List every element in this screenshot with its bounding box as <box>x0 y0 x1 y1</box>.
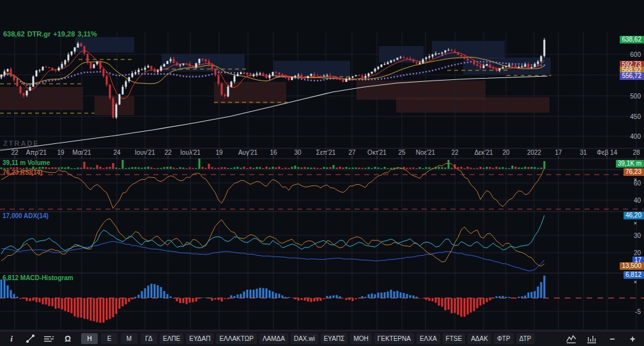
symbol-lamda-button[interactable]: ΛΑΜΔΑ <box>259 333 288 344</box>
time-axis-label: 24 <box>113 149 120 156</box>
time-axis-label: Φεβ 14 <box>597 149 617 156</box>
time-axis-label: Μαι'21 <box>72 149 91 156</box>
volume-indicator-label: 39,11 m Volume <box>3 159 50 166</box>
volume-value-badge: 39,1K m <box>616 160 644 168</box>
price-axis-label: 20 <box>634 249 641 256</box>
symbol-eydap-button[interactable]: ΕΥΔΑΠ <box>186 333 213 344</box>
time-axis-label: Ιουλ'21 <box>180 149 201 156</box>
bottom-toolbar: iΩ ΗΕΜ ΓΔΕΛΠΕΕΥΔΑΠΕΛΛΑΚΤΩΡΛΑΜΔΑDAX.wiΕΥΑ… <box>0 331 644 346</box>
timeframe-month-button[interactable]: Μ <box>121 333 137 344</box>
macd-value-badge: 6,812 <box>624 271 644 279</box>
symbol-shortcuts-group: ΓΔΕΛΠΕΕΥΔΑΠΕΛΛΑΚΤΩΡΛΑΜΔΑDAX.wiΕΥΑΠΣΜΟΗΓΕ… <box>141 333 535 344</box>
price-axis-label: 30 <box>634 232 641 239</box>
timeframe-group: ΗΕΜ <box>81 333 137 344</box>
symbol-ellaktor-button[interactable]: ΕΛΛΑΚΤΩΡ <box>216 333 256 344</box>
symbol-dax-button[interactable]: DAX.wi <box>291 333 318 344</box>
time-axis-label: 30 <box>294 149 301 156</box>
info-tool-button[interactable]: i <box>5 333 18 344</box>
time-axis-label: 31 <box>579 149 586 156</box>
price-axis-label: -5 <box>635 308 641 315</box>
adx-remove-button[interactable]: × <box>634 221 637 226</box>
trading-app: 638,62DTR.gr+19,283,11% ZTRADE 39,11 m V… <box>0 0 644 346</box>
time-axis-label: Νοε'21 <box>416 149 435 156</box>
symbol-eyaps-button[interactable]: ΕΥΑΠΣ <box>321 333 348 344</box>
time-axis-label: 2022 <box>527 149 541 156</box>
time-axis-label: Δεκ'21 <box>474 149 493 156</box>
symbol-adak-button[interactable]: ΑΔΑΚ <box>468 333 491 344</box>
time-axis-label: 22 <box>451 149 458 156</box>
ma-purple-badge: 556,72 <box>620 72 644 80</box>
zoom-out-button[interactable]: − <box>606 333 618 344</box>
price-axis-label: 600 <box>630 51 641 58</box>
time-axis-label: 22 <box>164 149 171 156</box>
adx-indicator-label: 17,000 ADX(14) <box>3 212 49 219</box>
line-chart-button[interactable] <box>565 333 578 344</box>
time-axis-label: Ιουν'21 <box>135 149 155 156</box>
rsi-remove-button[interactable]: × <box>634 177 637 183</box>
time-axis-label: Αυγ'21 <box>238 149 257 156</box>
time-axis-label: 17 <box>555 149 562 156</box>
time-axis-label: Απρ'21 <box>26 149 47 156</box>
time-axis-label: 16 <box>270 149 277 156</box>
chart-canvas[interactable] <box>0 0 644 331</box>
zoom-in-button[interactable]: + <box>626 333 639 344</box>
time-axis-label: 19 <box>215 149 222 156</box>
time-axis-label: Σεπ'21 <box>316 149 336 156</box>
watermark-logo: ZTRADE <box>3 139 40 147</box>
symbol-gekterna-button[interactable]: ΓΕΚΤΕΡΝΑ <box>374 333 414 344</box>
draw-tool-button[interactable] <box>24 333 36 344</box>
symbol-ftse-button[interactable]: FTSE <box>443 333 466 344</box>
time-axis-label: 20 <box>502 149 509 156</box>
time-axis-label: 22 <box>11 149 18 156</box>
price-change: +19,28 <box>53 30 75 38</box>
rsi-value-badge: 76,23 <box>624 168 644 176</box>
price-axis-label: 450 <box>630 113 641 120</box>
price-change-percent: 3,11% <box>77 30 97 38</box>
price-axis-label: 40 <box>634 197 641 204</box>
last-price-text: 638,62 <box>3 30 25 38</box>
time-axis-label: 28 <box>632 149 640 156</box>
symbol-dtr-button[interactable]: ΔΤΡ <box>516 333 535 344</box>
symbol-legend: 638,62DTR.gr+19,283,11% <box>3 30 100 38</box>
symbol-moh-button[interactable]: ΜΟΗ <box>350 333 371 344</box>
timeframe-week-button[interactable]: Ε <box>101 333 118 344</box>
last-price-badge: 638,62 <box>620 36 644 43</box>
chart-style-group: −+ <box>565 333 639 344</box>
time-axis-label: Οκτ'21 <box>367 149 387 156</box>
symbol-elpe-button[interactable]: ΕΛΠΕ <box>160 333 183 344</box>
symbol-elxa-button[interactable]: ΕΛΧΑ <box>417 333 440 344</box>
macd-remove-button[interactable]: × <box>634 279 637 285</box>
omega-tool-button[interactable]: Ω <box>61 333 74 344</box>
symbol-ftr-button[interactable]: ΦΤΡ <box>494 333 514 344</box>
indicators-tool-button[interactable] <box>42 333 56 344</box>
symbol-name: DTR.gr <box>27 30 51 38</box>
time-axis-label: 27 <box>348 149 355 156</box>
symbol-gd-button[interactable]: ΓΔ <box>141 333 157 344</box>
di-minus-value-badge: 13,500 <box>620 262 644 270</box>
price-axis-label: 400 <box>630 133 641 140</box>
time-axis-label: 19 <box>57 149 64 156</box>
time-axis-label: 25 <box>398 149 405 156</box>
adx-value-badge: 46,20 <box>624 212 644 219</box>
bar-chart-button[interactable] <box>585 333 598 344</box>
price-axis-label: 500 <box>630 93 641 100</box>
rsi-indicator-label: 76,23 RSI(14) <box>3 169 42 176</box>
timeframe-day-button[interactable]: Η <box>81 333 98 344</box>
macd-indicator-label: 6,812 MACD-Histogram <box>3 274 73 281</box>
tool-buttons-group: iΩ <box>5 333 74 344</box>
